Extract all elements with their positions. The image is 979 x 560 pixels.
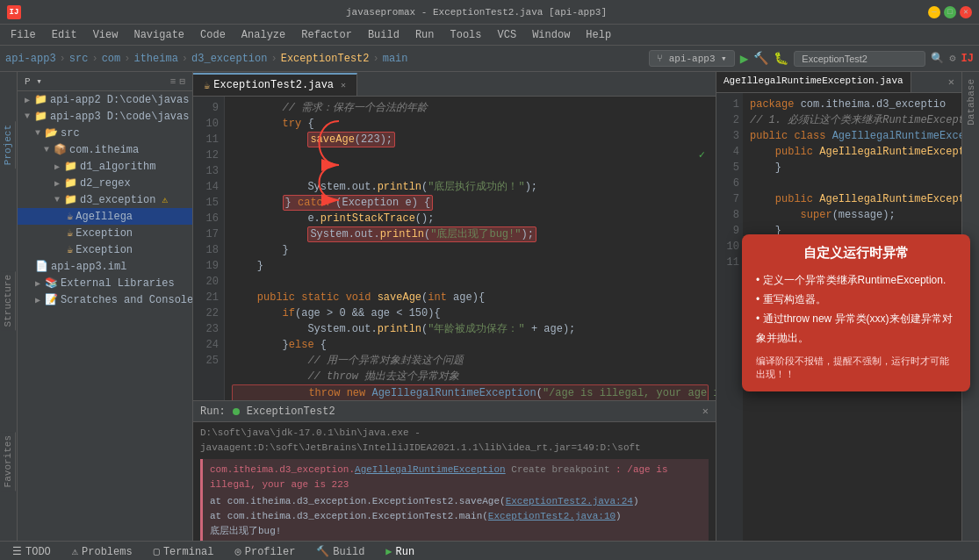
bottom-tab-terminal[interactable]: ▢ Terminal <box>148 543 220 560</box>
breadcrumb-com[interactable]: com <box>102 53 121 65</box>
bug-line: 底层出现了bug! <box>210 524 702 539</box>
project-collapse-icon[interactable]: ⊟ <box>179 75 185 87</box>
tree-item-exception2[interactable]: ☕ Exception <box>18 241 192 258</box>
minimize-button[interactable]: — <box>928 6 940 18</box>
sidebar-label-structure[interactable]: Structure <box>1 271 16 330</box>
list-icon: ☰ <box>12 545 22 558</box>
menu-file[interactable]: File <box>4 27 43 43</box>
breadcrumb-api-app3[interactable]: api-app3 <box>5 53 56 65</box>
tree-item-ageilleg[interactable]: ☕ AgeIllega <box>18 208 192 225</box>
settings-icon[interactable]: ⚙ <box>949 52 955 65</box>
tree-item-d1[interactable]: ▶ 📁 d1_algorithm <box>18 158 192 175</box>
bottom-tab-todo[interactable]: ☰ TODO <box>7 543 56 560</box>
breadcrumb-src[interactable]: src <box>69 53 89 65</box>
menu-run[interactable]: Run <box>408 27 442 43</box>
bottom-tab-profiler[interactable]: ◎ Profiler <box>230 543 301 560</box>
right-line-numbers: 1234567891011 <box>716 93 743 541</box>
toolbar: api-app3 › src › com › itheima › d3_exce… <box>0 46 979 72</box>
tree-item-api-app3[interactable]: ▼ 📁 api-app3 D:\code\javas <box>18 108 192 125</box>
tree-item-iml[interactable]: 📄 api-app3.iml <box>18 258 192 275</box>
menu-edit[interactable]: Edit <box>45 27 84 43</box>
close-tab-icon[interactable]: ✕ <box>341 80 346 90</box>
menu-help[interactable]: Help <box>579 27 618 43</box>
bottom-tab-problems[interactable]: ⚠ Problems <box>67 543 138 560</box>
bottom-tab-build[interactable]: 🔨 Build <box>311 543 370 560</box>
project-settings-icon[interactable]: ≡ <box>170 76 176 87</box>
sidebar-label-favorites[interactable]: Favorites <box>1 432 16 491</box>
tree-item-exception1[interactable]: ☕ Exception <box>18 225 192 241</box>
annotation-point-1: 定义一个异常类继承RuntimeException. <box>756 270 956 290</box>
run-panel-close[interactable]: ✕ <box>702 405 709 418</box>
toolbar-right: ⑂ api-app3 ▾ ▶ 🔨 🐛 🔍 ⚙ IJ <box>649 50 974 68</box>
right-tab-ageilleg[interactable]: AgeIllegalRuntimeException.java <box>716 72 911 92</box>
menu-navigate[interactable]: Navigate <box>126 27 191 43</box>
tab-exceptiontest2[interactable]: ☕ ExceptionTest2.java ✕ <box>193 73 357 96</box>
search-icon[interactable]: 🔍 <box>931 52 944 65</box>
code-line-22: }else { <box>232 337 709 353</box>
iml-icon: 📄 <box>35 260 48 273</box>
tree-item-d3[interactable]: ▼ 📁 d3_exception ⚠ <box>18 191 192 208</box>
maximize-button[interactable]: □ <box>944 6 956 18</box>
stack-link-1[interactable]: ExceptionTest2.java:24 <box>506 496 633 506</box>
menu-analyze[interactable]: Analyze <box>234 27 292 43</box>
breadcrumb-method[interactable]: main <box>383 53 408 65</box>
run-button[interactable]: ▶ <box>740 50 749 68</box>
right-line-8: super(message); <box>750 207 954 223</box>
exception-class-link[interactable]: AgeIllegalRuntimeException <box>355 464 506 475</box>
tree-item-scratches[interactable]: ▶ 📝 Scratches and Consoles <box>18 291 192 308</box>
tree-item-d2[interactable]: ▶ 📁 d2_regex <box>18 175 192 191</box>
sidebar-label-project[interactable]: Project <box>1 121 16 169</box>
java-file-icon: ☕ <box>67 210 73 223</box>
right-line-3: public class AgeIllegalRuntimeException … <box>750 128 954 144</box>
search-input[interactable] <box>794 51 925 67</box>
window-controls[interactable]: — □ ✕ <box>928 6 972 18</box>
code-line-16: } <box>232 242 709 258</box>
window-title: javasepromax - ExceptionTest2.java [api-… <box>25 7 928 18</box>
menu-refactor[interactable]: Refactor <box>294 27 359 43</box>
breadcrumb: api-app3 › src › com › itheima › d3_exce… <box>5 53 645 65</box>
menu-window[interactable]: Window <box>525 27 577 43</box>
right-line-7: public AgeIllegalRuntimeException(Stri <box>750 191 954 207</box>
run-indicator <box>233 408 240 415</box>
code-editor[interactable]: // 需求：保存一个合法的年龄 try { saveAge(223); ✓ Sy… <box>225 97 716 400</box>
annotation-list: 定义一个异常类继承RuntimeException. 重写构造器。 通过thro… <box>756 270 956 348</box>
sidebar-label-database[interactable]: Database <box>966 79 976 126</box>
tree-item-external[interactable]: ▶ 📚 External Libraries <box>18 275 192 291</box>
annotation-point-2: 重写构造器。 <box>756 290 956 309</box>
profiler-icon: ◎ <box>235 545 241 558</box>
annotation-card: 自定义运行时异常 定义一个异常类继承RuntimeException. 重写构造… <box>742 234 970 391</box>
right-line-2: // 1. 必须让这个类来继承RuntimeException，才能 <box>750 112 954 128</box>
branch-selector[interactable]: ⑂ api-app3 ▾ <box>649 50 735 67</box>
line-numbers: 910111213141516171819202122232425 <box>193 97 225 400</box>
close-button[interactable]: ✕ <box>960 6 972 18</box>
app-logo: IJ <box>7 5 21 19</box>
bottom-tabs: ☰ TODO ⚠ Problems ▢ Terminal ◎ Profiler … <box>0 541 979 560</box>
menu-view[interactable]: View <box>86 27 126 43</box>
tree-item-com[interactable]: ▼ 📦 com.itheima <box>18 141 192 158</box>
tree-item-src[interactable]: ▼ 📂 src <box>18 125 192 141</box>
breadcrumb-file[interactable]: ExceptionTest2 <box>281 53 370 65</box>
right-panel-close[interactable]: ✕ <box>941 72 961 92</box>
stack-link-2[interactable]: ExceptionTest2.java:10 <box>488 511 615 521</box>
scratch-icon: 📝 <box>45 293 58 306</box>
right-tab-bar: AgeIllegalRuntimeException.java ✕ <box>716 72 961 93</box>
folder-icon: 📁 <box>34 110 47 123</box>
breadcrumb-d3[interactable]: d3_exception <box>191 53 267 65</box>
right-line-1: package com.itheima.d3_exceptio <box>750 97 954 112</box>
breadcrumb-itheima[interactable]: itheima <box>133 53 177 65</box>
menu-tools[interactable]: Tools <box>443 27 489 43</box>
code-line-18 <box>232 274 709 290</box>
d3-icon: 📁 <box>64 193 77 206</box>
code-line-14: e.printStackTrace(); <box>232 211 709 226</box>
d2-icon: 📁 <box>64 176 77 190</box>
build-button[interactable]: 🔨 <box>753 51 768 66</box>
debug-button[interactable]: 🐛 <box>774 51 788 66</box>
menu-code[interactable]: Code <box>193 27 233 43</box>
bottom-tab-run[interactable]: ▶ Run <box>380 543 420 560</box>
right-line-5: } <box>750 160 954 176</box>
menu-build[interactable]: Build <box>361 27 407 43</box>
build-icon: 🔨 <box>316 545 329 558</box>
annotation-point-3: 通过throw new 异常类(xxx)来创建异常对象并抛出。 <box>756 309 956 348</box>
tree-item-api-app2[interactable]: ▶ 📁 api-app2 D:\code\javas <box>18 91 192 108</box>
menu-vcs[interactable]: VCS <box>491 27 524 43</box>
